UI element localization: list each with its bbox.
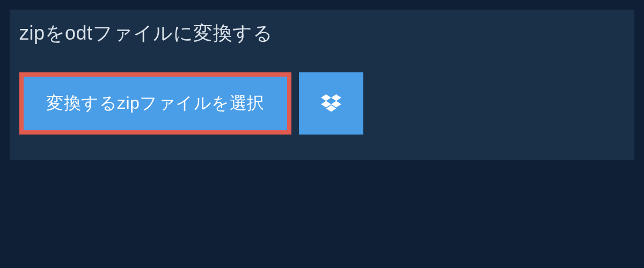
- title-wrapper: zipをodtファイルに変換する: [10, 10, 287, 57]
- converter-panel: zipをodtファイルに変換する 変換するzipファイルを選択: [10, 10, 634, 160]
- dropbox-icon: [321, 94, 341, 113]
- dropbox-button[interactable]: [299, 72, 363, 135]
- select-file-button[interactable]: 変換するzipファイルを選択: [19, 72, 291, 135]
- button-row: 変換するzipファイルを選択: [10, 57, 634, 135]
- page-title: zipをodtファイルに変換する: [19, 20, 273, 47]
- select-file-label: 変換するzipファイルを選択: [46, 92, 265, 115]
